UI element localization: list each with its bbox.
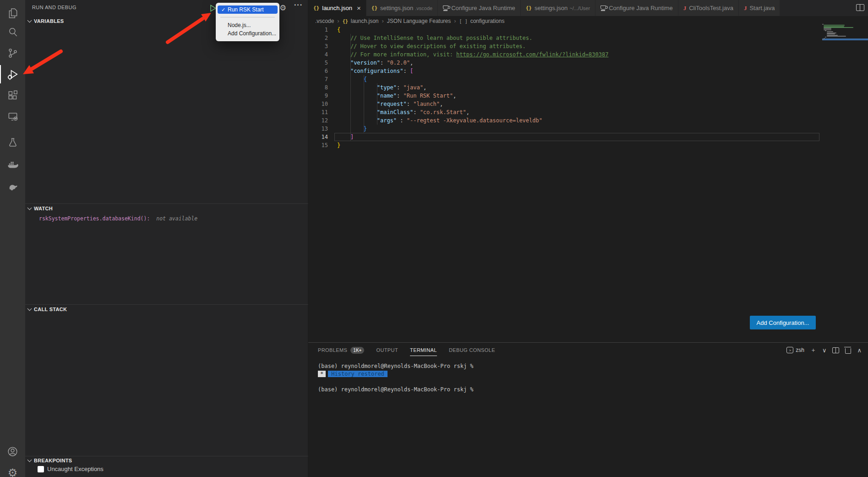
docker-icon[interactable] (0, 156, 25, 174)
code-line-2[interactable]: 2 // Use IntelliSense to learn about pos… (308, 34, 868, 42)
testing-icon[interactable] (0, 133, 25, 152)
menu-item-Run RSK Start[interactable]: ✓Run RSK Start (218, 5, 278, 14)
settings-gear-icon[interactable]: ⚙ (0, 464, 25, 477)
line-number: 7 (308, 76, 328, 82)
watch-expression: rskSystemProperties.databaseKind(): (39, 215, 150, 222)
run-and-debug-icon[interactable] (0, 65, 25, 83)
code-line-9[interactable]: 9 "name": "Run RSK Start", (308, 92, 868, 100)
code-line-14[interactable]: 14 ] (308, 133, 868, 141)
terminal-output[interactable]: (base) reynoldmorel@Reynolds-MacBook-Pro… (308, 343, 868, 477)
bottom-panel: PROBLEMS1K+OUTPUTTERMINALDEBUG CONSOLE >… (308, 342, 868, 477)
breakpoint-label: Uncaught Exceptions (47, 466, 104, 472)
terminal-line: (base) reynoldmorel@Reynolds-MacBook-Pro… (318, 362, 474, 370)
line-number: 10 (308, 101, 328, 107)
code-line-7[interactable]: 7 { (308, 75, 868, 83)
menu-item-label: Run RSK Start (228, 6, 264, 13)
menu-item-label: Node.js... (228, 22, 251, 28)
chevron-down-icon (27, 307, 32, 311)
line-number: 6 (308, 68, 328, 74)
line-number: 2 (308, 35, 328, 41)
chevron-down-icon (27, 458, 32, 462)
call-stack-section-header[interactable]: CALL STACK (28, 307, 67, 312)
code-line-1[interactable]: 1{ (308, 26, 868, 34)
gradle-icon[interactable] (0, 178, 25, 196)
code-line-13[interactable]: 13 } (308, 125, 868, 133)
section-divider (25, 203, 308, 204)
code-text: "args" : "--regtest -Xkeyvalue.datasourc… (337, 117, 542, 124)
watch-section-header[interactable]: WATCH (28, 206, 53, 211)
minimap-current-line (822, 38, 868, 40)
code-line-15[interactable]: 15} (308, 141, 868, 149)
code-editor[interactable]: 1{2 // Use IntelliSense to learn about p… (308, 0, 868, 342)
check-icon: ✓ (221, 7, 228, 13)
uncaught-exceptions-checkbox[interactable] (38, 466, 44, 472)
code-line-4[interactable]: 4 // For more information, visit: https:… (308, 50, 868, 59)
minimap-line (825, 30, 826, 31)
extensions-icon[interactable] (0, 86, 25, 104)
minimap[interactable] (822, 24, 868, 56)
line-number: 9 (308, 93, 328, 99)
variables-section-header[interactable]: VARIABLES (28, 18, 64, 24)
sidebar-title: RUN AND DEBUG (32, 5, 76, 10)
explorer-icon[interactable] (0, 4, 25, 22)
line-number: 5 (308, 60, 328, 66)
watch-expression-row[interactable]: rskSystemProperties.databaseKind(): not … (39, 215, 197, 222)
code-text: "type": "java", (337, 84, 426, 91)
code-text: { (337, 27, 340, 33)
code-line-3[interactable]: 3 // Hover to view descriptions of exist… (308, 42, 868, 50)
code-text: } (337, 142, 340, 148)
chevron-down-icon (27, 206, 32, 210)
code-text: "version": "0.2.0", (337, 60, 413, 66)
debug-configuration-menu: ✓Run RSK Start✓Node.js...✓Add Configurat… (216, 3, 279, 41)
code-line-10[interactable]: 10 "request": "launch", (308, 100, 868, 108)
chevron-down-icon (27, 18, 32, 23)
line-number: 12 (308, 117, 328, 124)
search-icon[interactable] (0, 23, 25, 41)
terminal-line: (base) reynoldmorel@Reynolds-MacBook-Pro… (318, 385, 474, 393)
line-number: 11 (308, 109, 328, 115)
vscode-window: ⚙ RUN AND DEBUG VARIABLES WATCH rskSyste… (0, 0, 868, 477)
debug-settings-gear-icon[interactable]: ⚙ (279, 3, 286, 13)
add-configuration-button[interactable]: Add Configuration... (750, 316, 816, 329)
menu-item-Node.js...[interactable]: ✓Node.js... (218, 21, 278, 29)
code-text: "name": "Run RSK Start", (337, 93, 456, 99)
history-restored-label: History restored (328, 371, 388, 377)
code-text: // Use IntelliSense to learn about possi… (337, 35, 532, 41)
code-text: } (337, 126, 367, 132)
menu-separator (220, 17, 275, 17)
code-text: { (337, 76, 367, 82)
minimap-line (825, 37, 826, 38)
breakpoints-section-header[interactable]: BREAKPOINTS (28, 458, 72, 463)
code-line-12[interactable]: 12 "args" : "--regtest -Xkeyvalue.dataso… (308, 116, 868, 125)
activity-bar: ⚙ (0, 0, 25, 477)
section-divider (25, 304, 308, 305)
line-number: 15 (308, 142, 328, 148)
code-text: // Hover to view descriptions of existin… (337, 43, 526, 49)
code-text: "configurations": [ (337, 68, 413, 74)
code-line-8[interactable]: 8 "type": "java", (308, 83, 868, 92)
line-number: 8 (308, 84, 328, 91)
minimap-line (824, 38, 825, 39)
source-control-icon[interactable] (0, 44, 25, 62)
debug-sidebar: RUN AND DEBUG VARIABLES WATCH rskSystemP… (25, 0, 308, 477)
line-number: 3 (308, 43, 328, 49)
accounts-icon[interactable] (0, 442, 25, 461)
more-actions-icon[interactable]: ··· (294, 1, 303, 9)
history-restored-star: * (318, 371, 326, 377)
line-number: 13 (308, 126, 328, 132)
code-line-6[interactable]: 6 "configurations": [ (308, 67, 868, 75)
code-line-5[interactable]: 5 "version": "0.2.0", (308, 59, 868, 67)
minimap-line (827, 36, 846, 37)
code-line-11[interactable]: 11 "mainClass": "co.rsk.Start", (308, 108, 868, 116)
line-number: 1 (308, 27, 328, 33)
line-number: 4 (308, 51, 328, 58)
code-text: "mainClass": "co.rsk.Start", (337, 109, 469, 115)
code-text: // For more information, visit: https://… (337, 51, 608, 58)
current-line-highlight (334, 133, 819, 141)
line-number: 14 (308, 134, 328, 140)
minimap-line (827, 33, 835, 34)
code-text: "request": "launch", (337, 101, 443, 107)
remote-explorer-icon[interactable] (0, 107, 25, 126)
terminal-line: *History restored (318, 370, 388, 378)
menu-item-Add Configuration...[interactable]: ✓Add Configuration... (218, 29, 278, 38)
